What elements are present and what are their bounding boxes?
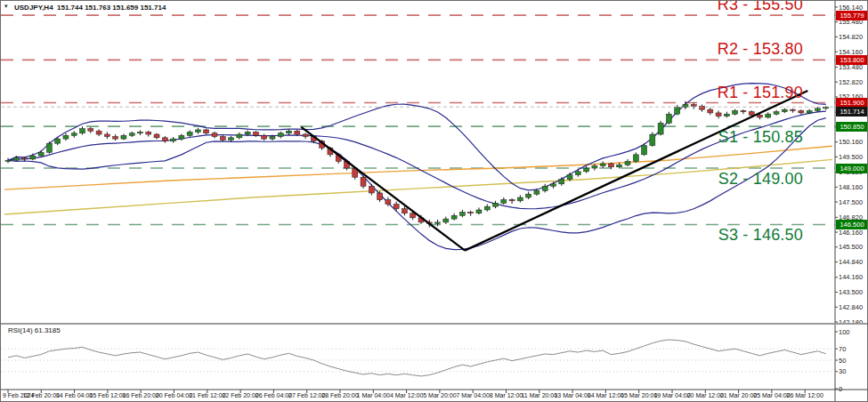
time-axis-label: 15 Feb 12:00 [89, 392, 126, 398]
candle-body [807, 110, 812, 113]
candle-body [96, 131, 101, 134]
candle-body [658, 123, 663, 134]
symbol-marker-icon[interactable]: ▾ [4, 3, 8, 10]
candle-body [592, 166, 597, 169]
candle-body [195, 130, 200, 133]
candle-body [575, 172, 580, 175]
candle-body [402, 209, 407, 213]
candle-body [476, 210, 482, 213]
price-axis-tick-label: 150.160 [839, 138, 863, 146]
quote-ohlc-values: 151.744 151.763 151.659 151.714 [57, 4, 166, 12]
time-axis-label: 21 Mar 20:00 [720, 392, 757, 398]
candle-body [443, 219, 449, 222]
candle-body [799, 110, 804, 113]
candle-body [220, 137, 225, 141]
candle-body [361, 177, 366, 186]
resistance-label-r3[interactable]: R3 - 155.50 [718, 0, 803, 14]
pane-divider[interactable] [1, 323, 868, 325]
candle-body [608, 164, 613, 167]
price-axis-tick-label: 152.820 [839, 78, 863, 86]
axis-price-box-r2: 153.800 [836, 55, 868, 65]
time-axis-label: 5 Mar 20:00 [423, 392, 456, 398]
candle-body [71, 133, 77, 136]
candle-body [377, 193, 383, 200]
axis-current-price-box: 151.714 [836, 107, 868, 117]
candle-body [204, 130, 209, 133]
time-axis-label: 26 Mar 12:00 [787, 392, 823, 398]
support-label-s2[interactable]: S2 - 149.00 [718, 170, 803, 189]
price-axis-tick-label: 142.840 [839, 303, 863, 311]
candle-body [691, 105, 696, 107]
candle-body [410, 213, 416, 218]
candle-body [154, 134, 159, 138]
time-axis-label: 12 Feb 20:00 [23, 392, 60, 398]
candle-body [129, 133, 134, 136]
candle-body [237, 134, 242, 138]
candle-body [675, 108, 680, 115]
candle-body [435, 222, 441, 223]
price-chart-canvas[interactable] [1, 1, 868, 402]
support-label-s1[interactable]: S1 - 150.85 [718, 128, 803, 147]
time-axis-label: 19 Mar 04:00 [653, 392, 690, 398]
candle-body [509, 200, 515, 201]
candle-body [22, 158, 28, 159]
time-axis-label: 15 Mar 20:00 [621, 392, 657, 398]
candle-body [137, 132, 142, 133]
time-axis-label: 4 Mar 12:00 [390, 392, 423, 398]
candle-body [295, 131, 300, 134]
candle-body [493, 203, 499, 206]
price-axis-tick-label: 143.500 [839, 288, 863, 296]
candle-body [559, 180, 564, 184]
axis-price-box-r3: 155.779 [836, 11, 868, 20]
candle-body [633, 155, 638, 162]
candle-body [38, 152, 44, 156]
candle-body [13, 158, 19, 161]
support-label-s3[interactable]: S3 - 146.50 [718, 226, 803, 245]
candle-body [393, 205, 399, 209]
candle-body [63, 135, 69, 139]
resistance-label-r1[interactable]: R1 - 151.90 [718, 84, 803, 102]
rsi-indicator-label: RSI(14) 61.3185 [8, 326, 61, 334]
time-axis-label: 28 Feb 20:00 [321, 392, 358, 398]
trendline-1 [301, 127, 465, 251]
candle-body [5, 160, 11, 161]
candle-body [253, 132, 258, 135]
candle-body [162, 138, 167, 141]
rsi-axis-label: 30 [839, 367, 846, 375]
quote-line: USDJPY,H4 151.744 151.763 151.659 151.71… [14, 4, 166, 12]
candle-body [749, 112, 754, 116]
candle-body [287, 131, 292, 133]
time-axis-label: 25 Mar 04:00 [753, 392, 790, 398]
time-axis-label: 26 Feb 04:00 [256, 392, 292, 398]
candle-body [179, 135, 184, 139]
candle-body [187, 132, 192, 135]
candle-body [468, 213, 474, 213]
candle-body [766, 114, 771, 117]
resistance-label-r2[interactable]: R2 - 153.80 [718, 40, 803, 59]
candle-body [104, 134, 110, 137]
candle-body [716, 113, 721, 117]
time-axis-label: 14 Mar 12:00 [588, 392, 624, 398]
candle-body [385, 200, 391, 205]
candle-body [815, 109, 820, 111]
candle-body [212, 133, 217, 137]
time-axis-label: 13 Mar 04:00 [554, 392, 590, 398]
time-axis-label: 22 Feb 20:00 [222, 392, 258, 398]
price-axis-tick-label: 154.820 [839, 33, 863, 41]
candle-body [113, 137, 118, 140]
candle-body [484, 206, 490, 210]
price-axis-tick-label: 148.160 [839, 183, 863, 191]
price-axis-tick-label: 145.500 [839, 243, 863, 251]
candle-body [791, 109, 796, 110]
candle-body [30, 156, 36, 159]
candle-body [526, 194, 531, 197]
rsi-axis-label: 50 [839, 357, 846, 365]
chart-window: ▾ USDJPY,H4 151.744 151.763 151.659 151.… [0, 0, 868, 402]
price-axis-tick-label: 147.500 [839, 198, 863, 206]
candle-body [517, 197, 523, 201]
time-axis-label: 21 Feb 12:00 [189, 392, 225, 398]
rsi-axis-label: 70 [839, 345, 846, 353]
candle-body [501, 200, 507, 204]
candle-body [171, 139, 176, 141]
time-axis-label: 20 Feb 04:00 [156, 392, 192, 398]
